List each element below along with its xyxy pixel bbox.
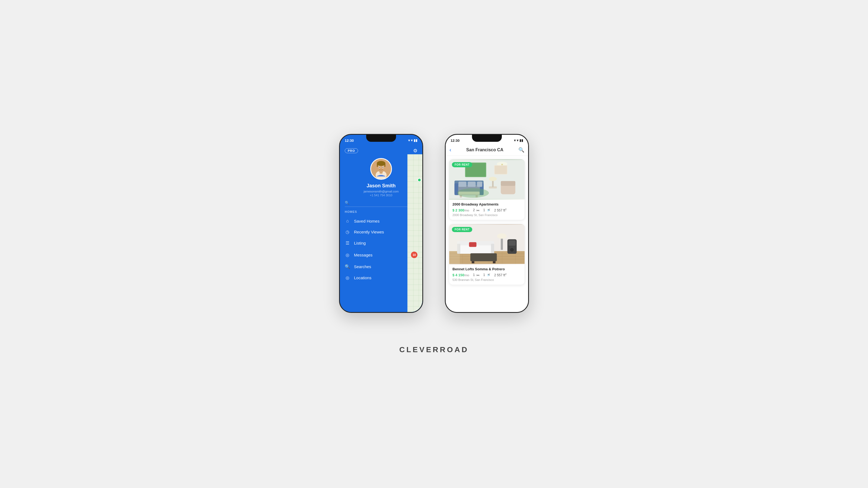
phone-notch-right: [472, 135, 502, 142]
svg-point-9: [379, 167, 380, 168]
message-icon: ◎: [345, 252, 350, 258]
menu-item-recently-viewed[interactable]: ◷ Recently Viewes: [340, 226, 422, 237]
listing-info-1: 2000 Broadway Apartments $ 2 300/mo 2 🛏: [449, 199, 525, 220]
search-city: San Francisco CA: [454, 148, 516, 152]
phone-left: 12:30 ▾ ▾ ▮▮ PRO ⚙: [339, 134, 423, 313]
avatar: [370, 158, 392, 180]
status-time-left: 12:30: [345, 138, 354, 142]
status-time-right: 12:30: [451, 138, 460, 142]
bed-icon-2: 🛏: [476, 273, 479, 276]
clock-icon: ◷: [345, 229, 350, 234]
listing-price-1: $ 2 300/mo: [453, 208, 469, 212]
listing-search-header: ‹ San Francisco CA 🔍: [446, 144, 528, 156]
messages-badge: 10: [411, 252, 417, 258]
listings-scroll[interactable]: FOR RENT 2000 Broadway Apartments $ 2 30…: [446, 156, 528, 312]
battery-icon-r: ▮▮: [520, 138, 523, 142]
svg-rect-51: [493, 261, 496, 263]
listing-label: Listing: [354, 241, 417, 246]
listing-price-row-2: $ 4 150/mo 1 🛏 1 🚿: [453, 273, 521, 277]
phone-right: 12:30 ▾ ▾ ▮▮ ‹ San Francisco CA 🔍: [445, 134, 529, 313]
listing-image-2: FOR RENT: [449, 224, 525, 264]
menu-item-messages[interactable]: ◎ Messages 10: [340, 249, 422, 261]
listing-info-2: Bennet Lofts Somma & Potrero $ 4 150/mo …: [449, 264, 525, 285]
listing-sqft-2: 2 557 ft2: [494, 273, 506, 277]
svg-point-29: [489, 177, 497, 181]
location-icon: ◎: [345, 275, 350, 280]
svg-rect-48: [469, 242, 476, 247]
bed-icon-1: 🛏: [476, 208, 479, 212]
svg-rect-5: [377, 163, 378, 167]
svg-rect-20: [458, 182, 466, 187]
messages-label: Messages: [354, 253, 407, 257]
listing-baths-2: 1 🚿: [483, 273, 490, 277]
svg-rect-50: [472, 261, 474, 263]
listing-title-1: 2000 Broadway Apartments: [453, 202, 521, 206]
svg-rect-33: [495, 166, 507, 174]
brand-label: CLEVERROAD: [399, 346, 469, 354]
saved-homes-label: Saved Homes: [354, 219, 417, 223]
menu-item-saved-homes[interactable]: ⌂ Saved Homes: [340, 216, 422, 226]
listing-beds-2: 1 🛏: [473, 273, 479, 277]
battery-icon: ▮▮: [414, 138, 417, 142]
listing-address-2: 530 Brannan St, San Francisco: [453, 278, 521, 282]
svg-rect-6: [384, 163, 385, 167]
phone-notch-left: [366, 135, 396, 142]
svg-rect-49: [470, 253, 497, 261]
menu-items-list: ⌂ Saved Homes ◷ Recently Viewes ☰ Listin…: [340, 216, 422, 283]
menu-content: PRO ⚙: [340, 144, 422, 312]
gear-icon[interactable]: ⚙: [413, 148, 417, 154]
locations-label: Locations: [354, 275, 417, 280]
svg-rect-53: [508, 240, 516, 246]
menu-search-bar[interactable]: 🔍: [345, 201, 417, 207]
bath-icon-1: 🚿: [487, 208, 490, 212]
listing-address-1: 2000 Broadway St, San Francisco: [453, 214, 521, 217]
status-icons-right: ▾ ▾ ▮▮: [514, 138, 523, 142]
svg-point-26: [457, 188, 489, 198]
recently-viewed-label: Recently Viewes: [354, 230, 417, 234]
avatar-container: [340, 156, 422, 183]
for-rent-badge-2: FOR RENT: [452, 227, 472, 232]
svg-point-56: [497, 233, 507, 239]
search-icon: 🔍: [345, 201, 349, 205]
listing-image-1: FOR RENT: [449, 159, 525, 199]
online-dot: [417, 178, 421, 182]
signal-icon-r: ▾: [517, 138, 518, 142]
listing-baths-1: 1 🚿: [483, 208, 490, 212]
house-icon: ⌂: [345, 219, 350, 223]
search-button[interactable]: 🔍: [518, 147, 524, 153]
menu-item-locations[interactable]: ◎ Locations: [340, 272, 422, 283]
svg-rect-21: [468, 182, 475, 187]
svg-rect-22: [477, 182, 482, 187]
svg-point-4: [377, 161, 385, 166]
listing-price-row-1: $ 2 300/mo 2 🛏 1 🚿: [453, 208, 521, 212]
listing-price-2: $ 4 150/mo: [453, 273, 469, 277]
avatar-image: [371, 159, 391, 179]
searches-icon: 🔍: [345, 264, 350, 269]
bath-icon-2: 🚿: [487, 273, 490, 277]
wifi-icon-r: ▾: [514, 138, 516, 142]
list-icon: ☰: [345, 240, 350, 246]
back-button[interactable]: ‹: [450, 147, 452, 153]
listing-card-1[interactable]: FOR RENT 2000 Broadway Apartments $ 2 30…: [449, 159, 525, 220]
menu-item-listing[interactable]: ☰ Listing: [340, 237, 422, 249]
svg-point-54: [510, 248, 514, 252]
listing-beds-1: 2 🛏: [473, 208, 479, 212]
svg-rect-47: [491, 244, 494, 254]
listing-sqft-1: 2 557 ft2: [494, 208, 506, 212]
svg-rect-31: [501, 181, 516, 186]
signal-icon: ▾: [411, 138, 412, 142]
wifi-icon: ▾: [408, 138, 410, 142]
pro-badge: PRO: [345, 148, 358, 153]
status-icons-left: ▾ ▾ ▮▮: [408, 138, 417, 142]
listing-title-2: Bennet Lofts Somma & Potrero: [453, 267, 521, 271]
listings-content: ‹ San Francisco CA 🔍: [446, 144, 528, 312]
listing-card-2[interactable]: FOR RENT Bennet Lofts Somma & Potrero $ …: [449, 224, 525, 285]
for-rent-badge-1: FOR RENT: [452, 162, 472, 167]
menu-item-searches[interactable]: 🔍 Searches: [340, 261, 422, 272]
svg-point-10: [382, 167, 383, 168]
searches-label: Searches: [354, 264, 417, 269]
